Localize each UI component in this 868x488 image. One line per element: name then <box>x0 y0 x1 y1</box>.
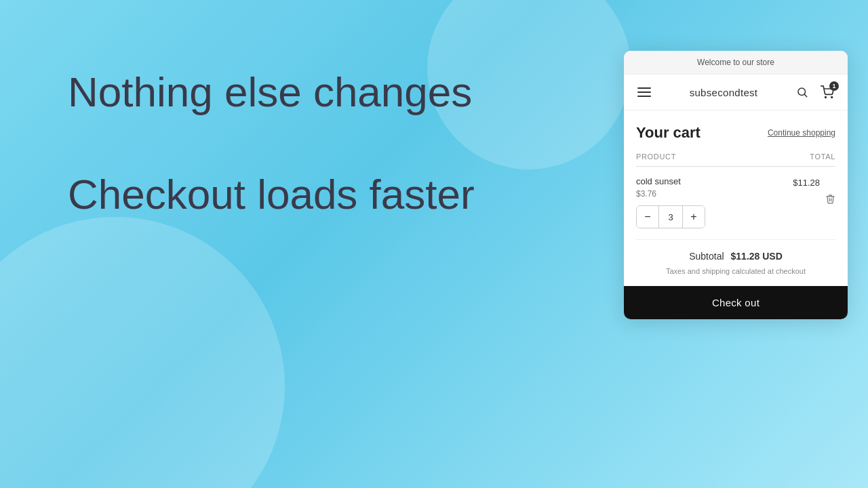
quantity-value: 3 <box>658 206 683 228</box>
item-info: cold sunset $3.76 − 3 + <box>636 176 793 228</box>
left-text-area: Nothing else changes Checkout loads fast… <box>68 68 475 219</box>
continue-shopping-button[interactable]: Continue shopping <box>768 128 835 138</box>
item-name: cold sunset <box>636 176 793 186</box>
svg-point-0 <box>798 88 806 96</box>
headline-2: Checkout loads faster <box>68 170 475 218</box>
hamburger-icon <box>637 87 651 97</box>
tax-note: Taxes and shipping calculated at checkou… <box>636 267 835 275</box>
store-banner: Welcome to our store <box>624 51 848 75</box>
hamburger-menu-button[interactable] <box>636 86 652 98</box>
search-button[interactable] <box>795 85 810 100</box>
quantity-decrease-button[interactable]: − <box>637 206 658 228</box>
cart-table-header: PRODUCT TOTAL <box>636 152 835 167</box>
cart-title: Your cart <box>636 124 701 142</box>
svg-point-2 <box>825 97 827 98</box>
cart-header: Your cart Continue shopping <box>636 124 835 142</box>
svg-point-3 <box>831 97 833 98</box>
item-total-price: $11.28 <box>793 176 820 188</box>
cart-item: cold sunset $3.76 − 3 + $11.28 <box>636 176 835 228</box>
subtotal-value: $11.28 USD <box>731 251 783 262</box>
quantity-controls: − 3 + <box>636 205 705 228</box>
search-icon <box>796 86 808 98</box>
subtotal-row: Subtotal $11.28 USD <box>636 251 835 262</box>
cart-panel: Welcome to our store subsecondtest <box>624 51 848 319</box>
cart-button[interactable]: 1 <box>819 84 835 100</box>
trash-icon <box>825 194 835 204</box>
headline-1: Nothing else changes <box>68 68 475 116</box>
item-unit-price: $3.76 <box>636 189 793 199</box>
store-logo: subsecondtest <box>690 87 758 98</box>
svg-line-1 <box>804 94 806 96</box>
quantity-increase-button[interactable]: + <box>683 206 705 228</box>
delete-item-button[interactable] <box>825 176 835 204</box>
nav-icons-group: 1 <box>795 84 835 100</box>
cart-divider <box>636 239 835 240</box>
subtotal-label: Subtotal <box>689 251 724 262</box>
cart-count-badge: 1 <box>829 81 839 91</box>
checkout-button[interactable]: Check out <box>624 286 848 319</box>
blob-1 <box>0 217 285 488</box>
product-column-header: PRODUCT <box>636 152 676 161</box>
total-column-header: TOTAL <box>810 152 835 161</box>
store-nav: subsecondtest 1 <box>624 75 848 110</box>
cart-body: Your cart Continue shopping PRODUCT TOTA… <box>624 110 848 275</box>
